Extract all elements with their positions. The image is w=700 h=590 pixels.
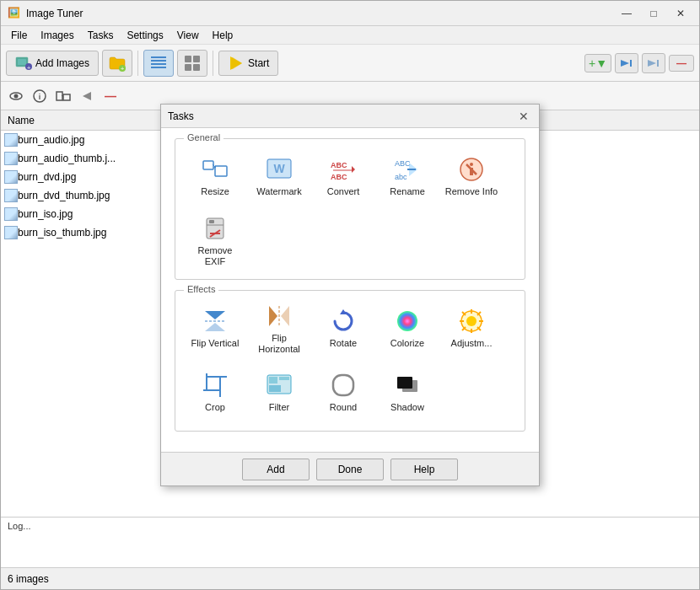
crop-label: Crop: [205, 402, 225, 413]
convert-task-button[interactable]: ABC ABC Convert: [314, 148, 373, 206]
remove-info-icon: [458, 156, 485, 183]
svg-rect-78: [333, 375, 353, 395]
convert-icon: ABC ABC: [330, 156, 357, 183]
remove-info-label: Remove Info: [445, 186, 498, 197]
watermark-task-button[interactable]: W Watermark: [250, 148, 309, 206]
flip-vertical-label: Flip Vertical: [191, 338, 240, 349]
svg-rect-80: [397, 377, 412, 389]
svg-rect-45: [470, 168, 473, 175]
remove-exif-label: Remove EXIF: [186, 245, 244, 267]
svg-text:ABC: ABC: [395, 159, 411, 168]
svg-point-60: [466, 316, 477, 326]
shadow-label: Shadow: [390, 402, 424, 413]
svg-line-68: [462, 327, 466, 330]
modal-title: Tasks: [168, 110, 515, 122]
watermark-label: Watermark: [256, 186, 301, 197]
svg-rect-77: [269, 385, 281, 392]
filter-task-button[interactable]: Filter: [250, 363, 309, 422]
watermark-icon: W: [266, 156, 293, 183]
add-button[interactable]: Add: [242, 459, 310, 480]
resize-label: Resize: [201, 186, 229, 197]
resize-icon: [202, 156, 229, 183]
done-button[interactable]: Done: [316, 459, 384, 480]
svg-marker-37: [352, 166, 355, 173]
svg-marker-51: [205, 311, 225, 319]
convert-label: Convert: [327, 186, 360, 197]
svg-point-44: [470, 163, 473, 166]
rename-task-button[interactable]: ABC abc Rename: [378, 148, 437, 206]
remove-exif-icon: [202, 215, 229, 242]
adjustments-label: Adjustm...: [451, 338, 493, 349]
svg-rect-76: [279, 377, 289, 380]
svg-line-67: [477, 312, 481, 315]
round-label: Round: [330, 402, 357, 413]
rename-icon: ABC abc: [394, 156, 421, 183]
flip-horizontal-icon: [266, 303, 293, 330]
effects-icon-grid: Flip Vertical Flip Horizontal: [186, 299, 514, 422]
shadow-icon: [394, 372, 421, 399]
modal-overlay: Tasks ✕ General: [0, 0, 700, 590]
effects-section: Effects Flip Vertical: [175, 290, 525, 432]
svg-line-66: [477, 327, 481, 330]
svg-text:ABC: ABC: [331, 173, 347, 181]
flip-vertical-task-button[interactable]: Flip Vertical: [186, 299, 245, 358]
svg-text:W: W: [273, 162, 285, 175]
shadow-task-button[interactable]: Shadow: [378, 363, 437, 422]
modal-close-button[interactable]: ✕: [515, 108, 532, 125]
rotate-icon: [330, 308, 357, 335]
colorize-icon: [394, 308, 421, 335]
colorize-label: Colorize: [390, 338, 424, 349]
flip-horizontal-task-button[interactable]: Flip Horizontal: [250, 299, 309, 358]
rename-label: Rename: [390, 186, 425, 197]
flip-vertical-icon: [202, 308, 229, 335]
svg-rect-48: [209, 220, 214, 223]
svg-rect-69: [207, 377, 220, 390]
round-icon: [330, 372, 357, 399]
svg-marker-52: [205, 323, 225, 331]
svg-text:abc: abc: [395, 173, 407, 181]
modal-body: General Resize: [161, 128, 539, 452]
adjustments-icon: [458, 308, 485, 335]
remove-exif-task-button[interactable]: Remove EXIF: [186, 212, 245, 271]
svg-point-58: [397, 311, 417, 331]
svg-text:ABC: ABC: [331, 161, 347, 169]
tasks-modal: Tasks ✕ General: [160, 104, 540, 486]
rotate-label: Rotate: [330, 338, 357, 349]
effects-section-title: Effects: [184, 284, 218, 294]
modal-footer: Add Done Help: [161, 452, 539, 485]
general-section: General Resize: [175, 138, 525, 280]
svg-marker-54: [269, 306, 277, 326]
rotate-task-button[interactable]: Rotate: [314, 299, 373, 358]
remove-info-task-button[interactable]: Remove Info: [442, 148, 501, 206]
filter-label: Filter: [269, 402, 289, 413]
help-button[interactable]: Help: [390, 459, 458, 480]
modal-title-bar: Tasks ✕: [161, 105, 539, 128]
svg-line-65: [462, 312, 466, 315]
adjustments-task-button[interactable]: Adjustm...: [442, 299, 501, 358]
svg-rect-29: [215, 166, 227, 176]
round-task-button[interactable]: Round: [314, 363, 373, 422]
svg-marker-55: [281, 306, 289, 326]
crop-icon: [202, 372, 229, 399]
filter-icon: [266, 372, 293, 399]
svg-rect-75: [269, 377, 277, 384]
svg-rect-28: [203, 161, 213, 169]
resize-task-button[interactable]: Resize: [186, 148, 245, 206]
flip-horizontal-label: Flip Horizontal: [250, 333, 308, 355]
general-icon-grid: Resize W Watermark: [186, 148, 514, 271]
general-section-title: General: [184, 132, 223, 142]
colorize-task-button[interactable]: Colorize: [378, 299, 437, 358]
crop-task-button[interactable]: Crop: [186, 363, 245, 422]
